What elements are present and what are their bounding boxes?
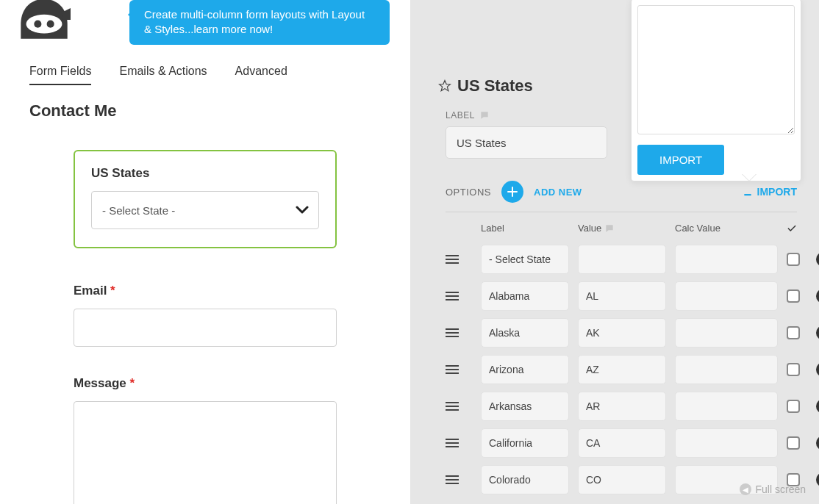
star-outline-icon[interactable] [438,79,451,93]
option-row [446,388,797,425]
message-textarea[interactable] [74,401,337,504]
svg-point-1 [34,21,41,28]
tab-emails-actions[interactable]: Emails & Actions [119,65,207,85]
add-option-button[interactable] [501,181,523,203]
email-input[interactable] [74,309,337,347]
full-screen-toggle[interactable]: ◀ Full screen [740,483,806,495]
field-message[interactable]: Message * [74,376,337,504]
drag-handle-icon[interactable] [446,439,459,447]
col-label: Label [481,223,569,234]
option-label-input[interactable] [481,392,569,421]
import-submit-button[interactable]: IMPORT [637,145,724,175]
popover-caret-icon [742,173,757,188]
option-delete-button[interactable] [816,436,819,450]
option-value-input[interactable] [578,465,666,494]
option-label-input[interactable] [481,281,569,311]
option-default-checkbox[interactable] [787,289,800,303]
options-caption: OPTIONS [446,187,491,198]
option-default-checkbox[interactable] [787,363,800,376]
option-value-input[interactable] [578,245,666,274]
option-label-input[interactable] [481,428,569,458]
drag-handle-icon[interactable] [446,365,459,374]
option-label-input[interactable] [481,355,569,384]
option-value-input[interactable] [578,355,666,384]
option-row [446,351,797,388]
field-us-states[interactable]: US States - Select State - [74,150,337,248]
option-delete-button[interactable] [816,362,819,377]
option-delete-button[interactable] [816,325,819,340]
field-settings-title: US States [457,76,533,96]
option-default-checkbox[interactable] [787,436,800,450]
ninja-logo-icon [18,0,71,41]
option-row [446,314,797,351]
option-delete-button[interactable] [816,399,819,414]
option-default-checkbox[interactable] [787,253,800,266]
option-delete-button[interactable] [816,252,819,267]
options-table: Label Value Calc Value [446,212,797,498]
field-label-us-states: US States [91,166,319,181]
us-states-select[interactable]: - Select State - [91,191,319,229]
option-value-input[interactable] [578,392,666,421]
option-value-input[interactable] [578,428,666,458]
option-label-input[interactable] [481,465,569,494]
option-calc-input[interactable] [675,428,778,458]
option-calc-input[interactable] [675,355,778,384]
add-new-link[interactable]: ADD NEW [534,187,582,198]
option-delete-button[interactable] [816,289,819,303]
comment-icon [479,110,490,120]
comment-icon [604,223,615,234]
option-label-input[interactable] [481,318,569,348]
drag-handle-icon[interactable] [446,255,459,264]
chevron-left-icon: ◀ [740,483,751,495]
drag-handle-icon[interactable] [446,402,459,411]
import-icon [743,187,753,197]
option-default-checkbox[interactable] [787,400,800,413]
promo-message[interactable]: Create multi-column form layouts with La… [129,0,390,45]
option-value-input[interactable] [578,318,666,348]
import-textarea[interactable] [637,5,795,134]
col-calc-value: Calc Value [675,223,778,234]
option-row [446,425,797,461]
option-value-input[interactable] [578,281,666,311]
option-calc-input[interactable] [675,281,778,311]
field-email[interactable]: Email * [74,284,337,347]
field-label-message: Message * [74,376,337,391]
svg-point-0 [26,15,62,34]
drag-handle-icon[interactable] [446,328,459,337]
svg-point-2 [47,21,54,28]
option-calc-input[interactable] [675,245,778,274]
import-popover: IMPORT [631,0,801,181]
option-row [446,241,797,278]
col-default [787,223,807,234]
label-caption: LABEL [446,110,607,120]
builder-tabs: Form Fields Emails & Actions Advanced [0,41,410,85]
option-row [446,278,797,314]
option-label-input[interactable] [481,245,569,274]
option-calc-input[interactable] [675,318,778,348]
option-calc-input[interactable] [675,392,778,421]
drag-handle-icon[interactable] [446,475,459,484]
tab-advanced[interactable]: Advanced [235,65,287,85]
field-label-email: Email * [74,284,337,298]
field-label-input[interactable] [446,126,607,159]
option-delete-button[interactable] [816,472,819,487]
form-title: Contact Me [0,85,410,120]
drag-handle-icon[interactable] [446,292,459,300]
option-default-checkbox[interactable] [787,326,800,339]
tab-form-fields[interactable]: Form Fields [29,65,91,85]
col-value: Value [578,223,601,234]
